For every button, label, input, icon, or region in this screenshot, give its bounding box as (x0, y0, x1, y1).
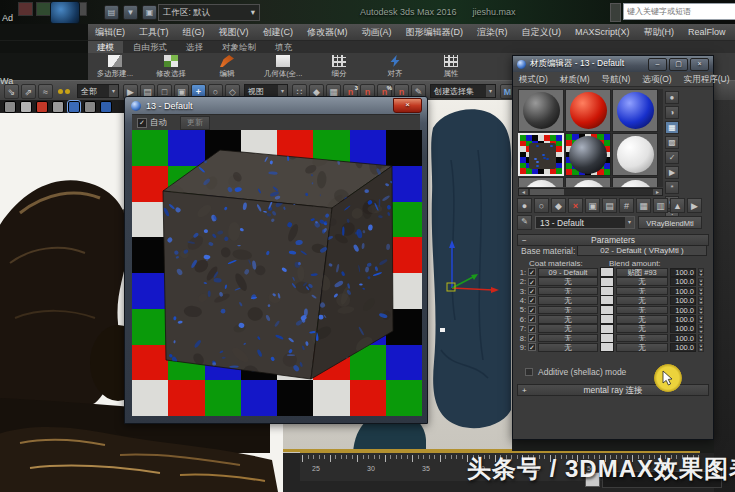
blend-amount-value[interactable]: 100.0 (670, 277, 696, 286)
blend-map-button[interactable]: 无 (616, 306, 668, 315)
new-file-icon[interactable]: ▤ (104, 5, 119, 20)
ribbon-button[interactable]: 修改选择 (146, 53, 196, 80)
selection-filter-dropdown[interactable]: 全部▾ (77, 84, 119, 98)
material-tool-icon[interactable]: ● (517, 198, 532, 213)
blend-map-button[interactable]: 无 (616, 287, 668, 296)
material-tool-icon[interactable]: × (568, 198, 583, 213)
photo-tool-icon[interactable] (20, 101, 32, 113)
material-editor-menu-item[interactable]: 选项(O) (636, 72, 677, 86)
blend-amount-value[interactable]: 100.0 (670, 334, 696, 343)
coat-checkbox[interactable]: ✓ (528, 296, 536, 304)
menu-item[interactable]: 渲染(R) (470, 24, 515, 40)
coat-material-button[interactable]: 无 (538, 343, 598, 352)
minimize-icon[interactable]: – (648, 58, 667, 71)
coat-checkbox[interactable]: ✓ (528, 268, 536, 276)
coat-checkbox[interactable]: ✓ (528, 325, 536, 333)
blend-map-button[interactable]: 无 (616, 315, 668, 324)
scroll-left-icon[interactable]: ◄ (519, 189, 528, 195)
menu-item[interactable]: 修改器(M) (300, 24, 355, 40)
material-editor-menu-item[interactable]: 模式(D) (513, 72, 554, 86)
material-slot[interactable] (612, 133, 658, 176)
coat-material-button[interactable]: 无 (538, 287, 598, 296)
coat-checkbox[interactable]: ✓ (528, 334, 536, 342)
coat-checkbox[interactable]: ✓ (528, 278, 536, 286)
coat-material-button[interactable]: 无 (538, 306, 598, 315)
material-editor-titlebar[interactable]: 材质编辑器 - 13 - Default –▢× (513, 56, 713, 72)
material-tool-icon[interactable]: ○ (534, 198, 549, 213)
menu-item[interactable]: 编辑(E) (88, 24, 132, 40)
sample-slot-tool-icon[interactable]: ▩ (665, 136, 679, 149)
spinner-arrows[interactable]: ▴▾ (698, 306, 704, 314)
menu-item[interactable]: 组(G) (176, 24, 212, 40)
base-material-button[interactable]: 02 - Default ( VRayMtl ) (577, 245, 707, 256)
ribbon-button[interactable]: 编辑 (202, 53, 252, 80)
photo-tool-icon[interactable] (4, 101, 16, 113)
material-name-dropdown[interactable]: 13 - Default ▾ (535, 216, 635, 229)
material-tool-icon[interactable]: ▣ (585, 198, 600, 213)
3dsmax-logo-button[interactable] (50, 1, 80, 24)
sample-slot-tool-icon[interactable]: ✓ (665, 151, 679, 164)
blend-amount-value[interactable]: 100.0 (670, 268, 696, 277)
material-slot[interactable] (518, 133, 564, 176)
menu-item[interactable]: 视图(V) (212, 24, 256, 40)
unlink-selection-icon[interactable]: ⇗ (21, 84, 36, 99)
coat-material-button[interactable]: 09 - Default (538, 268, 598, 277)
coat-material-button[interactable]: 无 (538, 324, 598, 333)
spinner-down-icon[interactable]: ▾ (698, 319, 704, 323)
toggle-dots[interactable] (58, 89, 70, 94)
menu-item[interactable]: MAXScript(X) (568, 24, 637, 40)
coat-material-button[interactable]: 无 (538, 315, 598, 324)
blend-map-button[interactable]: 无 (616, 343, 668, 352)
ribbon-button[interactable]: 属性 (426, 53, 476, 80)
blend-amount-value[interactable]: 100.0 (670, 306, 696, 315)
sample-slot-tool-icon[interactable]: ● (665, 91, 679, 104)
menu-item[interactable]: 工具(T) (132, 24, 176, 40)
material-tool-icon[interactable]: ▥ (653, 198, 668, 213)
material-tool-icon[interactable]: ◆ (551, 198, 566, 213)
material-tool-icon[interactable]: ▤ (602, 198, 617, 213)
spinner-down-icon[interactable]: ▾ (698, 347, 704, 351)
scroll-right-icon[interactable]: ► (653, 189, 662, 195)
spinner-arrows[interactable]: ▴▾ (698, 343, 704, 351)
photo-tool-icon[interactable] (68, 101, 80, 113)
ribbon-tab[interactable]: 建模 (88, 41, 123, 53)
scrollbar-thumb[interactable] (530, 189, 564, 195)
close-icon[interactable]: × (690, 58, 709, 71)
spinner-down-icon[interactable]: ▾ (698, 291, 704, 295)
ribbon-button[interactable]: 多边形建... (90, 53, 140, 80)
ribbon-button[interactable]: 对齐 (370, 53, 420, 80)
sample-slot-tool-icon[interactable]: ◑ (665, 106, 679, 119)
update-button[interactable]: 更新 (180, 116, 210, 130)
sample-slot-tool-icon[interactable]: ▶ (665, 166, 679, 179)
coat-material-button[interactable]: 无 (538, 277, 598, 286)
maximize-icon[interactable]: ▢ (669, 58, 688, 71)
photo-tool-icon[interactable] (100, 101, 112, 113)
spinner-arrows[interactable]: ▴▾ (698, 287, 704, 295)
coat-checkbox[interactable]: ✓ (528, 343, 536, 351)
auto-update-checkbox[interactable]: ✓ (137, 118, 147, 128)
blend-amount-value[interactable]: 100.0 (670, 315, 696, 324)
close-icon[interactable]: × (393, 98, 422, 113)
spinner-down-icon[interactable]: ▾ (698, 329, 704, 333)
photo-tool-icon[interactable] (84, 101, 96, 113)
search-options-button[interactable] (610, 3, 621, 22)
save-file-icon[interactable]: ▣ (142, 5, 157, 20)
spinner-down-icon[interactable]: ▾ (698, 300, 704, 304)
material-editor-menu-item[interactable]: 实用程序(U) (678, 72, 735, 86)
spinner-arrows[interactable]: ▴▾ (698, 324, 704, 332)
material-editor-menu-item[interactable]: 导航(N) (596, 72, 637, 86)
coat-material-button[interactable]: 无 (538, 334, 598, 343)
menu-item[interactable]: RealFlow (681, 24, 733, 40)
material-slot[interactable] (565, 177, 611, 187)
material-editor-menu-item[interactable]: 材质(M) (554, 72, 596, 86)
blend-amount-value[interactable]: 100.0 (670, 287, 696, 296)
blend-map-button[interactable]: 无 (616, 296, 668, 305)
material-slot[interactable] (518, 177, 564, 187)
workspace-dropdown[interactable]: 工作区: 默认 ▾ (158, 4, 260, 21)
menu-item[interactable]: 图形编辑器(D) (399, 24, 471, 40)
blend-map-button[interactable]: 无 (616, 334, 668, 343)
open-file-icon[interactable]: ▼ (123, 5, 138, 20)
spinner-down-icon[interactable]: ▾ (698, 338, 704, 342)
material-tool-icon[interactable]: ▲ (670, 198, 685, 213)
bind-spacewarp-icon[interactable]: ≈ (38, 84, 53, 99)
